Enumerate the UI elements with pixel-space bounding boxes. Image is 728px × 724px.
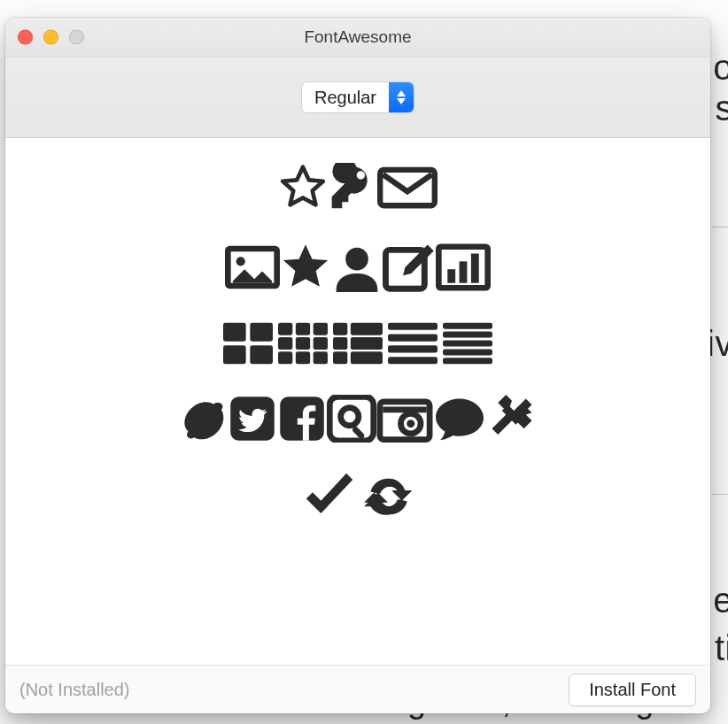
refresh-icon [362,473,414,520]
svg-rect-19 [278,351,292,364]
font-style-select[interactable]: Regular [302,82,414,112]
glyph-row [302,473,414,520]
background-text: e [713,581,728,620]
twitter-square-icon [228,395,277,443]
font-style-value: Regular [302,82,389,112]
svg-rect-17 [296,337,310,350]
font-preview-window: FontAwesome Regular [5,18,710,713]
svg-point-3 [345,248,368,271]
background-divider [712,494,728,495]
glyph-row [278,163,438,212]
svg-rect-14 [296,323,310,335]
svg-rect-35 [443,349,492,355]
svg-rect-15 [314,323,328,335]
list-justified-icon [443,322,492,365]
close-button[interactable] [18,30,33,45]
list-lines-icon [388,322,438,365]
svg-point-45 [407,420,414,427]
svg-rect-21 [314,351,328,364]
comment-icon [433,395,486,443]
svg-point-40 [341,408,359,426]
background-text: o [713,48,728,88]
svg-rect-34 [443,341,492,347]
svg-rect-10 [250,323,273,342]
svg-rect-25 [351,337,383,350]
tools-icon [486,395,538,443]
titlebar: FontAwesome [5,18,710,58]
svg-rect-23 [351,323,383,335]
background-text: ti [715,628,728,668]
glyph-preview-area [5,138,710,665]
glyph-row [178,395,538,443]
svg-rect-16 [278,337,292,350]
svg-rect-11 [223,345,246,364]
star-outline-icon [278,163,328,212]
facebook-square-icon [277,395,327,443]
svg-rect-9 [223,323,246,342]
background-divider [712,227,728,227]
svg-rect-33 [443,332,492,338]
zoom-button [69,30,84,45]
toolbar: Regular [5,58,710,138]
th-list-icon [333,322,383,365]
svg-rect-22 [333,323,347,335]
chevron-updown-icon [389,82,414,112]
envelope-icon [377,163,438,212]
svg-rect-12 [250,345,273,364]
window-title: FontAwesome [304,27,411,47]
svg-rect-43 [383,407,427,413]
svg-rect-27 [351,351,383,364]
picture-icon [225,243,280,292]
key-icon [328,163,377,212]
bar-chart-icon [436,243,491,292]
svg-rect-24 [333,337,347,350]
install-font-button[interactable]: Install Font [569,674,696,706]
lemon-icon [178,395,228,443]
install-status: (Not Installed) [19,680,130,700]
svg-rect-32 [443,323,492,329]
svg-rect-39 [329,397,374,441]
svg-rect-18 [314,337,328,350]
svg-rect-8 [471,254,479,283]
svg-point-2 [236,257,245,266]
footer: (Not Installed) Install Font [5,665,710,713]
svg-rect-30 [388,345,438,352]
svg-rect-20 [296,351,310,364]
th-large-icon [223,322,273,365]
check-icon [302,473,357,520]
glyph-row [223,322,492,365]
th-icon [278,322,328,365]
svg-rect-31 [388,357,438,364]
star-solid-icon [280,243,331,292]
svg-rect-26 [333,351,347,364]
edit-square-icon [383,243,436,292]
glyph-row [225,243,491,292]
svg-rect-28 [388,323,438,330]
svg-rect-36 [443,358,492,364]
svg-rect-7 [460,261,468,282]
svg-rect-6 [447,269,455,283]
search-square-icon [327,395,376,443]
svg-rect-29 [388,335,438,342]
svg-rect-13 [278,323,292,335]
minimize-button[interactable] [43,30,58,45]
window-controls [18,30,84,45]
background-text: s [716,89,729,128]
user-icon [331,243,383,292]
camera-square-icon [376,395,433,443]
